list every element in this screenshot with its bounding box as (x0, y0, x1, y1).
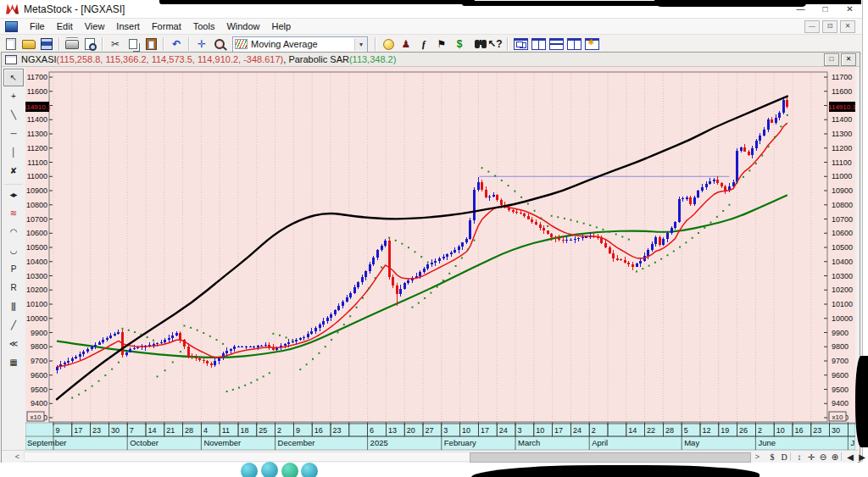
arc-tool[interactable]: ◠ (3, 223, 24, 241)
copy-icon (129, 39, 137, 49)
svg-text:November: November (203, 438, 241, 447)
svg-text:114910.1: 114910.1 (828, 103, 855, 111)
chart-close-button[interactable]: ✕ (841, 53, 856, 66)
taskbar-app-icon[interactable] (261, 462, 278, 477)
metastock-logo-icon (6, 4, 19, 14)
svg-text:10200: 10200 (832, 286, 853, 294)
recenter-button[interactable]: ✛ (805, 451, 817, 463)
print-button[interactable] (64, 36, 81, 52)
svg-text:11300: 11300 (832, 130, 852, 138)
cut-button[interactable]: ✂ (107, 36, 124, 52)
cascade-windows-button[interactable] (512, 36, 529, 52)
menu-file[interactable]: File (24, 20, 51, 33)
svg-text:23: 23 (92, 426, 101, 435)
system-tester-button[interactable]: ⚑ (433, 36, 450, 52)
expert-advisor-button[interactable]: ♟ (398, 36, 415, 52)
svg-text:10700: 10700 (832, 215, 853, 224)
crosshair-tool[interactable]: + (3, 87, 24, 105)
svg-text:10400: 10400 (832, 258, 853, 266)
menu-tools[interactable]: Tools (187, 20, 221, 33)
indicator-lamp-icon (383, 39, 394, 50)
child-close-button[interactable]: ✕ (840, 20, 855, 33)
fibonacci-arcs-tool[interactable]: ◡ (3, 241, 24, 259)
fan-lines-tool[interactable]: ≪ (3, 335, 24, 352)
scroll-chart-left-button[interactable]: ◀ (844, 451, 856, 463)
menu-insert[interactable]: Insert (110, 20, 146, 33)
horizontal-line-tool[interactable]: ─ (3, 125, 24, 142)
taskbar-app-icon[interactable] (301, 463, 318, 477)
zoom-in-button[interactable]: ⊕ (829, 451, 841, 463)
menu-view[interactable]: View (79, 20, 111, 33)
svg-text:24: 24 (499, 426, 508, 435)
grid-tool[interactable]: ▦ (3, 353, 24, 371)
zoom-out-button[interactable]: ⊖ (817, 451, 829, 463)
line-styles-tool[interactable]: ≋ (3, 204, 24, 222)
horizontal-scrollbar[interactable] (24, 452, 751, 462)
menu-edit[interactable]: Edit (51, 20, 79, 33)
taskbar-app-icon[interactable] (241, 463, 258, 477)
tile-vertical-button[interactable] (530, 36, 547, 52)
svg-text:10800: 10800 (832, 201, 853, 209)
scroll-pan-button[interactable]: ✛ (193, 36, 210, 52)
svg-text:23: 23 (333, 426, 342, 435)
svg-text:11400: 11400 (27, 115, 47, 124)
child-restore-button[interactable]: ⊡ (822, 20, 837, 33)
svg-text:19: 19 (721, 426, 729, 435)
zoom-button[interactable] (211, 36, 228, 52)
svg-text:10900: 10900 (832, 186, 853, 195)
trendline-tool[interactable]: ╲ (3, 106, 24, 124)
toolbar-separator (58, 37, 60, 51)
scroll-chart-right-button[interactable]: ▶ (856, 451, 868, 463)
new-chart-button[interactable] (3, 36, 19, 52)
indicator-lamp-button[interactable] (380, 36, 397, 52)
chart-plot-area[interactable]: 9300930094009400950095009600960097009700… (25, 67, 855, 450)
tile-horizontal-button[interactable] (548, 36, 565, 52)
indicator-quicklist-combo[interactable]: Moving Average▾ (232, 36, 368, 53)
fibonacci-projection-tool[interactable]: P (3, 260, 24, 278)
fit-vertical-button[interactable]: ↕ (793, 451, 805, 463)
svg-text:11200: 11200 (832, 144, 852, 153)
svg-text:9900: 9900 (832, 329, 849, 337)
child-minimize-button[interactable]: — (804, 20, 820, 33)
chart-document-icon[interactable] (5, 21, 18, 32)
combo-dropdown-arrow-icon[interactable]: ▾ (354, 38, 367, 51)
daily-periodicity-button[interactable]: D (778, 451, 790, 463)
context-help-button[interactable]: ↖? (487, 36, 504, 52)
svg-text:10900: 10900 (26, 186, 47, 195)
svg-text:17: 17 (554, 426, 563, 435)
copy-button[interactable] (125, 36, 142, 52)
scrollbar-right-arrow[interactable]: > (752, 452, 763, 462)
explorer-binoculars-button[interactable] (469, 36, 486, 52)
svg-text:April: April (592, 438, 608, 447)
undo-button[interactable]: ↶ (168, 36, 185, 52)
save-button[interactable] (38, 36, 55, 52)
delete-line-tool[interactable]: ✘ (3, 162, 24, 180)
menu-help[interactable]: Help (266, 20, 298, 33)
menu-format[interactable]: Format (146, 20, 187, 33)
trendline-ray-tool[interactable]: ╱ (3, 316, 24, 334)
tile-grid-button[interactable] (565, 36, 582, 52)
dollar-button[interactable]: $ (451, 36, 468, 52)
open-chart-button[interactable] (20, 36, 37, 52)
pointer-tool[interactable]: ↖ (3, 69, 24, 86)
chart-maximize-button[interactable]: □ (824, 53, 839, 66)
fibonacci-timezones-tool[interactable]: ||| (3, 297, 24, 315)
new-chart-icon (6, 38, 16, 50)
arrange-buttons-icon[interactable] (583, 36, 600, 52)
indicator-builder-button[interactable]: ƒ (415, 36, 432, 52)
taskbar-app-icon[interactable] (281, 463, 298, 477)
combo-chart-icon (235, 39, 248, 49)
svg-text:10800: 10800 (26, 201, 47, 209)
svg-text:24: 24 (573, 426, 581, 435)
chart-window-title-bar[interactable]: NGXASI (115,258.8, 115,366.2, 114,573.5,… (2, 53, 860, 67)
dollar-scale-button[interactable]: $ (766, 451, 778, 463)
scrollbar-thumb[interactable] (470, 452, 751, 463)
fibonacci-retracement-tool[interactable]: R (3, 279, 24, 297)
vertical-line-tool[interactable]: │ (3, 143, 24, 161)
print-preview-button[interactable] (81, 36, 98, 52)
scrollbar-left-arrow[interactable]: < (12, 452, 23, 462)
chart-symbol: NGXASI (21, 54, 57, 64)
periodicity-tool[interactable]: ◂▸ (3, 186, 24, 203)
menu-window[interactable]: Window (220, 20, 265, 33)
paste-button[interactable] (142, 36, 159, 52)
